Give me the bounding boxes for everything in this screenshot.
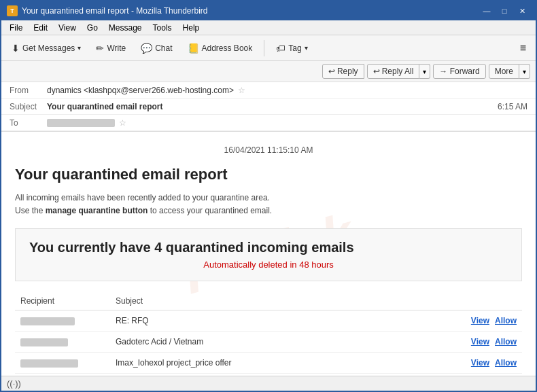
reply-button[interactable]: ↩ Reply bbox=[322, 64, 364, 79]
menu-view[interactable]: View bbox=[53, 22, 82, 34]
allow-link[interactable]: Allow bbox=[495, 337, 517, 346]
recipient-redacted bbox=[20, 317, 75, 325]
menu-edit[interactable]: Edit bbox=[28, 22, 53, 34]
more-button[interactable]: More bbox=[489, 64, 519, 79]
get-messages-arrow[interactable]: ▾ bbox=[77, 44, 81, 52]
to-row: To ☆ bbox=[1, 115, 536, 131]
view-link[interactable]: View bbox=[471, 316, 489, 325]
email-body: PCrisk 16/04/2021 11:15:10 AM Your quara… bbox=[1, 132, 536, 376]
menu-message[interactable]: Message bbox=[103, 22, 148, 34]
email-intro: All incoming emails have been recently a… bbox=[15, 192, 522, 217]
recipient-cell bbox=[15, 374, 110, 376]
auto-delete-notice: Automatically deleted in 48 hours bbox=[29, 260, 508, 270]
allow-link[interactable]: Allow bbox=[495, 358, 517, 368]
toolbar-divider bbox=[264, 40, 264, 56]
recipient-cell bbox=[15, 310, 110, 332]
minimize-button[interactable]: — bbox=[479, 5, 495, 17]
forward-button[interactable]: → Forward bbox=[433, 64, 485, 79]
reply-all-dropdown[interactable]: ▾ bbox=[419, 64, 430, 79]
wifi-icon: ((·)) bbox=[7, 378, 21, 389]
col-subject: Subject bbox=[110, 292, 387, 310]
title-bar: T Your quarantined email report - Mozill… bbox=[1, 1, 536, 20]
status-bar: ((·)) bbox=[1, 376, 536, 391]
window-controls: — □ ✕ bbox=[479, 5, 530, 17]
tag-icon: 🏷 bbox=[276, 43, 285, 54]
reply-group: ↩ Reply bbox=[322, 64, 364, 79]
more-dropdown[interactable]: ▾ bbox=[519, 64, 530, 79]
reply-label: Reply bbox=[337, 67, 358, 76]
address-book-button[interactable]: 📒 Address Book bbox=[181, 39, 259, 57]
email-date: 16/04/2021 11:15:10 AM bbox=[15, 145, 522, 155]
intro-line1: All incoming emails have been recently a… bbox=[15, 193, 270, 202]
quarantine-count: You currently have 4 quarantined incomin… bbox=[29, 240, 508, 255]
from-row: From dynamics <klashpqx@server266.web-ho… bbox=[1, 82, 536, 99]
close-button[interactable]: ✕ bbox=[514, 5, 530, 17]
from-label: From bbox=[10, 86, 47, 95]
menu-tools[interactable]: Tools bbox=[148, 22, 177, 34]
from-value: dynamics <klashpqx@server266.web-hosting… bbox=[47, 86, 234, 95]
actions-cell: ViewAllow bbox=[387, 374, 522, 376]
get-messages-button[interactable]: ⬇ Get Messages ▾ bbox=[5, 39, 87, 57]
subject-row: Subject Your quarantined email report 6:… bbox=[1, 99, 536, 115]
view-link[interactable]: View bbox=[471, 337, 489, 346]
to-label: To bbox=[10, 118, 47, 128]
to-value-redacted bbox=[47, 119, 115, 127]
maximize-button[interactable]: □ bbox=[496, 5, 513, 17]
chat-icon: 💬 bbox=[141, 43, 152, 54]
main-window: T Your quarantined email report - Mozill… bbox=[0, 0, 537, 392]
write-label: Write bbox=[107, 43, 126, 53]
reply-icon: ↩ bbox=[328, 67, 335, 76]
to-star-icon[interactable]: ☆ bbox=[119, 118, 126, 128]
actions-cell: ViewAllow bbox=[387, 332, 522, 353]
chat-button[interactable]: 💬 Chat bbox=[135, 39, 178, 57]
reply-all-icon: ↩ bbox=[373, 67, 380, 76]
menu-go[interactable]: Go bbox=[82, 22, 103, 34]
address-book-label: Address Book bbox=[202, 43, 253, 53]
more-label: More bbox=[495, 67, 513, 76]
recipient-cell bbox=[15, 332, 110, 353]
view-link[interactable]: View bbox=[471, 358, 489, 368]
col-recipient: Recipient bbox=[15, 292, 110, 310]
table-row: Imax_Iohexol project_price offerViewAllo… bbox=[15, 353, 522, 374]
col-actions bbox=[387, 292, 522, 310]
recipient-redacted bbox=[20, 359, 78, 368]
subject-cell: RE: RFQ bbox=[110, 310, 387, 332]
email-time: 6:15 AM bbox=[498, 102, 527, 111]
table-row: 5G_Cyclolux registration & DAViewAllow bbox=[15, 374, 522, 376]
manage-link[interactable]: manage quarantine button bbox=[46, 206, 148, 215]
write-button[interactable]: ✏ Write bbox=[90, 39, 132, 57]
subject-cell: Gadoterc Acid / Vietnam bbox=[110, 332, 387, 353]
menu-file[interactable]: File bbox=[4, 22, 28, 34]
table-row: Gadoterc Acid / VietnamViewAllow bbox=[15, 332, 522, 353]
actions-cell: ViewAllow bbox=[387, 310, 522, 332]
hamburger-menu[interactable]: ≡ bbox=[515, 39, 532, 57]
tag-arrow[interactable]: ▾ bbox=[305, 44, 308, 52]
subject-label: Subject bbox=[10, 102, 47, 111]
forward-label: → Forward bbox=[439, 67, 479, 76]
reply-all-label: Reply All bbox=[382, 67, 414, 76]
allow-link[interactable]: Allow bbox=[495, 316, 517, 325]
menu-bar: File Edit View Go Message Tools Help bbox=[1, 20, 536, 35]
get-messages-label: Get Messages bbox=[22, 43, 75, 53]
tag-button[interactable]: 🏷 Tag ▾ bbox=[270, 39, 313, 57]
reply-all-group: ↩ Reply All ▾ bbox=[367, 64, 431, 79]
table-row: RE: RFQViewAllow bbox=[15, 310, 522, 332]
reply-all-button[interactable]: ↩ Reply All bbox=[367, 64, 420, 79]
action-bar: ↩ Reply ↩ Reply All ▾ → Forward More ▾ bbox=[1, 61, 536, 82]
email-header: ↩ Reply ↩ Reply All ▾ → Forward More ▾ bbox=[1, 61, 536, 132]
more-group: More ▾ bbox=[489, 64, 530, 79]
address-book-icon: 📒 bbox=[188, 43, 199, 54]
from-star-icon[interactable]: ☆ bbox=[238, 86, 245, 95]
subject-cell: Imax_Iohexol project_price offer bbox=[110, 353, 387, 374]
recipient-redacted bbox=[20, 338, 68, 346]
actions-cell: ViewAllow bbox=[387, 353, 522, 374]
menu-help[interactable]: Help bbox=[177, 22, 205, 34]
recipient-cell bbox=[15, 353, 110, 374]
window-title: Your quarantined email report - Mozilla … bbox=[22, 6, 479, 16]
quarantine-box: You currently have 4 quarantined incomin… bbox=[15, 228, 522, 281]
email-content: 16/04/2021 11:15:10 AM Your quarantined … bbox=[1, 132, 536, 376]
tag-label: Tag bbox=[288, 43, 301, 53]
email-title: Your quarantined email report bbox=[15, 166, 522, 183]
subject-cell: 5G_Cyclolux registration & DA bbox=[110, 374, 387, 376]
chat-label: Chat bbox=[155, 43, 172, 53]
